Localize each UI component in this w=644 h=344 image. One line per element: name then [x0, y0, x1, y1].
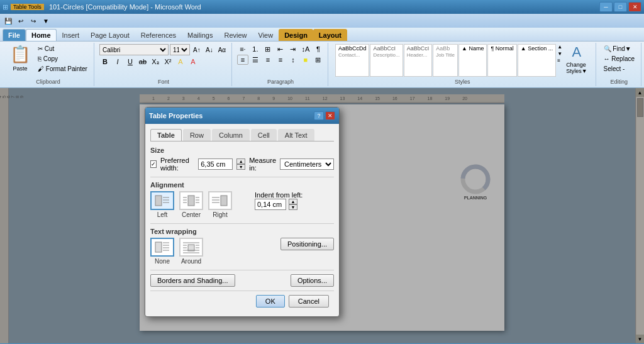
minimize-button[interactable]: ─: [599, 2, 613, 12]
ribbon: 📋 Paste ✂ Cut ⎘ Copy 🖌 Format Painter Cl…: [0, 42, 644, 88]
superscript-button[interactable]: X²: [162, 57, 174, 67]
align-left-option[interactable]: Left: [150, 191, 174, 218]
spinner-down[interactable]: ▼: [236, 164, 245, 170]
underline-button[interactable]: U: [125, 57, 136, 67]
align-center-option[interactable]: Center: [179, 191, 203, 218]
wrap-around-option[interactable]: Around: [179, 238, 203, 265]
replace-button[interactable]: ↔ Replace: [601, 54, 637, 64]
change-styles-button[interactable]: ChangeStyles▼: [564, 60, 589, 75]
dialog-close-button[interactable]: ✕: [325, 111, 335, 120]
dialog-tab-column[interactable]: Column: [212, 129, 250, 141]
show-marks-button[interactable]: ¶: [313, 44, 324, 54]
strikethrough-button[interactable]: ab: [137, 57, 148, 67]
indent-spinner[interactable]: ▲ ▼: [289, 199, 297, 210]
bullets-button[interactable]: ≡·: [237, 44, 248, 54]
save-button[interactable]: 💾: [3, 15, 14, 26]
shading-button[interactable]: ■: [300, 55, 311, 65]
dialog-tab-alt-text[interactable]: Alt Text: [278, 129, 314, 141]
tab-mailings[interactable]: Mailings: [182, 29, 218, 41]
copy-button[interactable]: ⎘ Copy: [35, 54, 90, 64]
ribbon-tabs: File Home Insert Page Layout References …: [0, 28, 644, 42]
editing-group: 🔍 Find▼ ↔ Replace Select - Editing: [597, 43, 641, 86]
dialog-tab-table[interactable]: Table: [150, 129, 182, 141]
wrap-none-option[interactable]: None: [150, 238, 174, 265]
tab-design[interactable]: Design: [279, 29, 313, 41]
style-section[interactable]: ▲ Section ...: [518, 44, 556, 77]
line-spacing-button[interactable]: ↕: [287, 55, 299, 65]
indent-spinner-down[interactable]: ▼: [289, 204, 297, 210]
clear-format-button[interactable]: Aα: [216, 45, 228, 55]
cut-button[interactable]: ✂ Cut: [35, 44, 90, 53]
multilevel-button[interactable]: ⊞: [262, 44, 274, 54]
dialog-footer: OK Cancel: [150, 291, 334, 311]
find-button[interactable]: 🔍 Find▼: [601, 44, 637, 53]
tab-view[interactable]: View: [253, 29, 279, 41]
bold-button[interactable]: B: [99, 57, 111, 67]
indent-spinner-up[interactable]: ▲: [289, 199, 297, 204]
font-color-button[interactable]: A: [187, 57, 199, 67]
indent-group: Indent from left: ▲ ▼: [255, 191, 303, 210]
increase-indent-button[interactable]: ⇥: [287, 44, 299, 54]
style-contact[interactable]: AaBbCcDdContact...: [335, 44, 370, 77]
font-name-select[interactable]: Calibri: [99, 44, 169, 55]
align-center-icon: [179, 191, 203, 210]
tab-review[interactable]: Review: [218, 29, 252, 41]
borders-shading-button[interactable]: Borders and Shading...: [150, 274, 235, 287]
tab-page-layout[interactable]: Page Layout: [85, 29, 135, 41]
tab-home[interactable]: Home: [26, 29, 57, 41]
indent-value-input[interactable]: [255, 199, 286, 210]
options-button[interactable]: Options...: [291, 274, 334, 287]
size-section: Size ✓ Preferred width: ▲ ▼ Measure in: …: [150, 147, 334, 172]
svg-rect-17: [221, 196, 227, 206]
dialog-body: Table Row Column Cell Alt Text Size ✓ Pr…: [145, 124, 339, 316]
paste-button[interactable]: 📋 Paste: [6, 44, 34, 72]
select-button[interactable]: Select -: [601, 64, 637, 74]
cancel-button[interactable]: Cancel: [289, 295, 329, 308]
style-description[interactable]: AaBbCcIDescriptio...: [370, 44, 402, 77]
justify-button[interactable]: ≡: [275, 55, 286, 65]
table-tools-label: Table Tools: [11, 4, 44, 10]
positioning-button[interactable]: Positioning...: [280, 238, 334, 250]
numbering-button[interactable]: 1.: [250, 44, 261, 54]
sort-button[interactable]: ↕A: [300, 44, 311, 54]
borders-button[interactable]: ⊞: [313, 55, 324, 65]
dialog-tab-cell[interactable]: Cell: [251, 129, 277, 141]
align-right-option[interactable]: Right: [208, 191, 232, 218]
spinner-up[interactable]: ▲: [236, 158, 245, 164]
shrink-font-button[interactable]: A↓: [204, 45, 215, 55]
alignment-divider: [150, 223, 334, 224]
align-center-button[interactable]: ☰: [250, 55, 261, 65]
tab-layout[interactable]: Layout: [313, 29, 347, 41]
preferred-width-checkbox[interactable]: ✓: [150, 160, 157, 168]
format-painter-button[interactable]: 🖌 Format Painter: [35, 64, 90, 74]
tab-references[interactable]: References: [135, 29, 182, 41]
align-center-label: Center: [182, 211, 201, 218]
dialog-help-button[interactable]: ?: [314, 111, 324, 120]
tab-file[interactable]: File: [3, 29, 26, 41]
close-button[interactable]: ✕: [628, 2, 641, 12]
ok-button[interactable]: OK: [256, 295, 285, 308]
measure-in-label: Measure in:: [249, 157, 276, 172]
maximize-button[interactable]: □: [614, 2, 627, 12]
tab-insert[interactable]: Insert: [57, 29, 86, 41]
wrap-divider: [150, 270, 334, 270]
decrease-indent-button[interactable]: ⇤: [275, 44, 286, 54]
style-normal[interactable]: ¶ Normal: [487, 44, 516, 77]
grow-font-button[interactable]: A↑: [191, 45, 203, 55]
preferred-width-input[interactable]: [198, 158, 233, 170]
redo-button[interactable]: ↪: [28, 15, 39, 26]
quick-access-dropdown[interactable]: ▼: [40, 15, 52, 26]
highlight-button[interactable]: A: [175, 57, 186, 67]
align-left-button[interactable]: ≡: [237, 55, 248, 65]
dialog-tab-row[interactable]: Row: [183, 129, 211, 141]
subscript-button[interactable]: X₂: [150, 57, 161, 67]
style-header[interactable]: AaBbCcIHeader...: [404, 44, 433, 77]
measure-in-select[interactable]: Centimeters Inches Percent: [280, 158, 334, 170]
preferred-width-spinner[interactable]: ▲ ▼: [236, 158, 245, 170]
style-name[interactable]: ▲ Name: [458, 44, 487, 77]
style-job-title[interactable]: AaBbJob Title: [433, 44, 458, 77]
align-right-button[interactable]: ≡: [262, 55, 274, 65]
font-size-select[interactable]: 11: [170, 44, 190, 55]
undo-button[interactable]: ↩: [15, 15, 26, 26]
italic-button[interactable]: I: [112, 57, 123, 67]
